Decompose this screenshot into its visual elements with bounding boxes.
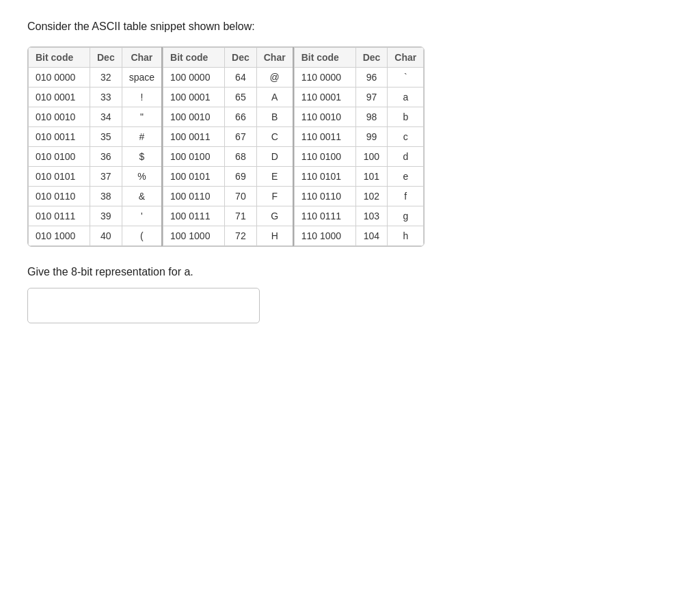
table-cell: C <box>256 127 293 147</box>
table-row: 100 011070F <box>163 187 293 206</box>
table-cell: 98 <box>355 107 388 127</box>
table-row: 010 010036$ <box>29 147 163 167</box>
table-cell: 010 0111 <box>29 206 90 226</box>
table-row: 100 011171G <box>163 206 293 226</box>
column-header: Dec <box>355 48 388 68</box>
question-text: Give the 8-bit representation for a. <box>27 266 673 278</box>
table-cell: d <box>388 147 424 167</box>
table-cell: ! <box>122 88 162 107</box>
column-header: Bit code <box>294 48 355 68</box>
column-header: Bit code <box>163 48 225 68</box>
table-row: 100 001066B <box>163 107 293 127</box>
table-cell: 36 <box>90 147 122 167</box>
table-cell: 110 0100 <box>294 147 355 167</box>
table-cell: 110 0010 <box>294 107 355 127</box>
table-row: 100 100072H <box>163 226 293 246</box>
table-cell: 010 0010 <box>29 107 90 127</box>
table-cell: 100 0110 <box>163 187 225 206</box>
ascii-tables-container: Bit codeDecChar010 000032space010 000133… <box>27 46 425 247</box>
table-cell: 33 <box>90 88 122 107</box>
table-row: 010 010137% <box>29 167 163 187</box>
table-cell: 100 0111 <box>163 206 225 226</box>
table-cell: & <box>122 187 162 206</box>
table-cell: B <box>256 107 293 127</box>
table-cell: F <box>256 187 293 206</box>
table-cell: 99 <box>355 127 388 147</box>
table-cell: 010 0101 <box>29 167 90 187</box>
table-cell: 110 0011 <box>294 127 355 147</box>
answer-input-box[interactable] <box>27 288 260 323</box>
table-cell: 102 <box>355 187 388 206</box>
intro-text: Consider the ASCII table snippet shown b… <box>27 21 673 33</box>
column-header: Char <box>256 48 293 68</box>
table-cell: 010 0100 <box>29 147 90 167</box>
table-cell: 66 <box>225 107 257 127</box>
table-cell: H <box>256 226 293 246</box>
table-cell: 110 0001 <box>294 88 355 107</box>
table-row: 110 001098b <box>294 107 424 127</box>
table-cell: 37 <box>90 167 122 187</box>
table-cell: 100 1000 <box>163 226 225 246</box>
table-row: 010 100040( <box>29 226 163 246</box>
table-cell: ` <box>388 68 424 88</box>
table-row: 110 001199c <box>294 127 424 147</box>
table-cell: 110 0110 <box>294 187 355 206</box>
table-cell: 010 0110 <box>29 187 90 206</box>
table-cell: f <box>388 187 424 206</box>
column-header: Bit code <box>29 48 90 68</box>
table-cell: 010 0011 <box>29 127 90 147</box>
table-cell: E <box>256 167 293 187</box>
table-row: 010 001135# <box>29 127 163 147</box>
column-header: Dec <box>90 48 122 68</box>
table-cell: ( <box>122 226 162 246</box>
ascii-table-1: Bit codeDecChar010 000032space010 000133… <box>28 47 163 246</box>
table-cell: 100 0101 <box>163 167 225 187</box>
table-cell: 71 <box>225 206 257 226</box>
table-row: 100 010068D <box>163 147 293 167</box>
table-cell: 110 0111 <box>294 206 355 226</box>
table-row: 010 011139' <box>29 206 163 226</box>
column-header: Char <box>122 48 162 68</box>
table-row: 010 011038& <box>29 187 163 206</box>
table-cell: G <box>256 206 293 226</box>
table-cell: 100 0010 <box>163 107 225 127</box>
table-cell: A <box>256 88 293 107</box>
table-cell: 34 <box>90 107 122 127</box>
table-row: 110 0110102f <box>294 187 424 206</box>
table-row: 110 000197a <box>294 88 424 107</box>
table-row: 010 000133! <box>29 88 163 107</box>
table-cell: 38 <box>90 187 122 206</box>
column-header: Char <box>388 48 424 68</box>
table-cell: 35 <box>90 127 122 147</box>
column-header: Dec <box>225 48 257 68</box>
table-cell: 70 <box>225 187 257 206</box>
table-cell: c <box>388 127 424 147</box>
table-cell: 103 <box>355 206 388 226</box>
table-cell: 32 <box>90 68 122 88</box>
table-cell: 110 0000 <box>294 68 355 88</box>
table-cell: 100 0001 <box>163 88 225 107</box>
table-cell: space <box>122 68 162 88</box>
table-cell: b <box>388 107 424 127</box>
table-cell: 39 <box>90 206 122 226</box>
table-row: 110 1000104h <box>294 226 424 246</box>
table-cell: # <box>122 127 162 147</box>
table-row: 100 010169E <box>163 167 293 187</box>
table-cell: h <box>388 226 424 246</box>
table-cell: 101 <box>355 167 388 187</box>
table-cell: 72 <box>225 226 257 246</box>
table-cell: 110 0101 <box>294 167 355 187</box>
table-cell: 010 0000 <box>29 68 90 88</box>
table-row: 110 0111103g <box>294 206 424 226</box>
table-cell: 110 1000 <box>294 226 355 246</box>
table-row: 110 0101101e <box>294 167 424 187</box>
ascii-table-3: Bit codeDecChar110 000096`110 000197a110… <box>294 47 425 246</box>
table-cell: 64 <box>225 68 257 88</box>
table-cell: 104 <box>355 226 388 246</box>
table-cell: 100 <box>355 147 388 167</box>
table-row: 010 001034" <box>29 107 163 127</box>
table-cell: 69 <box>225 167 257 187</box>
table-row: 100 001167C <box>163 127 293 147</box>
table-cell: " <box>122 107 162 127</box>
table-cell: e <box>388 167 424 187</box>
